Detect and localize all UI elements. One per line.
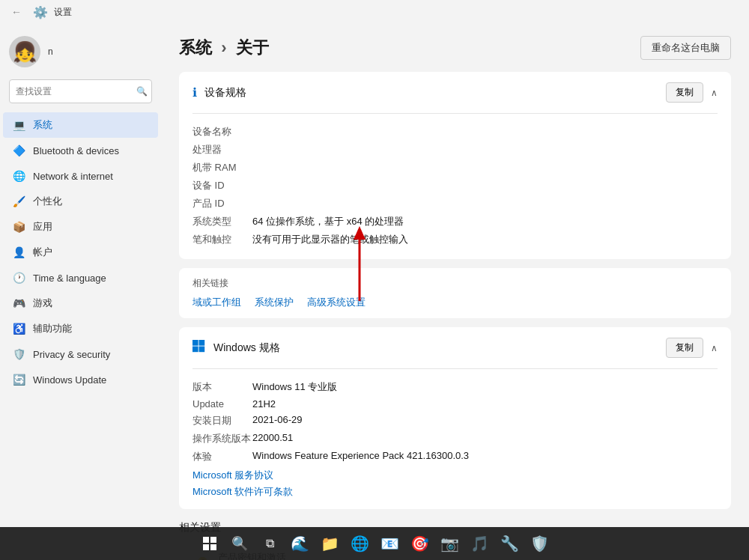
device-specs-header-left: ℹ 设备规格 [192, 85, 246, 100]
time-icon: 🕐 [12, 271, 25, 284]
taskbar: 🔍 ⧉ 🌊 📁 🌐 📧 🎯 📷 🎵 🔧 🛡️ [0, 527, 749, 560]
title-bar: ← ⚙️ 设置 [0, 0, 749, 24]
spec-row: 版本 Windows 11 专业版 [192, 378, 718, 396]
spec-row: 体验 Windows Feature Experience Pack 421.1… [192, 448, 718, 466]
sidebar-item-gaming[interactable]: 🎮 游戏 [3, 290, 158, 316]
accessibility-icon: ♿ [12, 322, 25, 335]
sidebar-item-label: Windows Update [33, 374, 106, 386]
sidebar-item-privacy[interactable]: 🛡️ Privacy & security [3, 341, 158, 367]
taskbar-edge[interactable]: 🌊 [286, 530, 313, 557]
sidebar-item-label: Network & internet [33, 171, 113, 182]
device-specs-body: 设备名称 处理器 机带 RAM 设备 ID 产品 ID [179, 114, 731, 259]
spec-value: 22000.51 [252, 432, 293, 445]
taskbar-app4[interactable]: 🎵 [466, 530, 493, 557]
windows-specs-copy-button[interactable]: 复制 [666, 338, 703, 358]
svg-rect-3 [199, 346, 205, 352]
sidebar-item-bluetooth[interactable]: 🔷 Bluetooth & devices [3, 138, 158, 163]
bluetooth-icon: 🔷 [12, 144, 25, 157]
sidebar-item-label: 游戏 [33, 296, 52, 310]
svg-rect-9 [210, 544, 216, 550]
sidebar-item-accessibility[interactable]: ♿ 辅助功能 [3, 316, 158, 341]
search-icon: 🔍 [136, 86, 148, 97]
taskbar-app5[interactable]: 🔧 [496, 530, 523, 557]
breadcrumb: 系统 › 关于 [179, 37, 269, 59]
sidebar-item-network[interactable]: 🌐 Network & internet [3, 163, 158, 189]
chevron-up-icon: ∧ [711, 343, 718, 353]
sidebar-item-label: 应用 [33, 220, 52, 234]
device-specs-copy-button[interactable]: 复制 [666, 82, 703, 103]
sidebar-item-apps[interactable]: 📦 应用 [3, 214, 158, 240]
spec-value: 64 位操作系统，基于 x64 的处理器 [252, 215, 404, 228]
spec-label: 操作系统版本 [192, 432, 252, 445]
windows-update-icon: 🔄 [12, 373, 25, 386]
spec-row: 系统类型 64 位操作系统，基于 x64 的处理器 [192, 213, 718, 231]
taskbar-chrome[interactable]: 🌐 [346, 530, 373, 557]
ms-license-link[interactable]: Microsoft 软件许可条款 [192, 485, 718, 499]
accounts-icon: 👤 [12, 246, 25, 259]
related-link-protection[interactable]: 系统保护 [255, 296, 294, 309]
sidebar-item-label: 辅助功能 [33, 322, 72, 335]
taskbar-app1[interactable]: 📧 [376, 530, 403, 557]
related-link-advanced[interactable]: 高级系统设置 [307, 296, 366, 309]
spec-row: 安装日期 2021-06-29 [192, 412, 718, 430]
related-link-domain[interactable]: 域或工作组 [192, 296, 241, 309]
sidebar-item-accounts[interactable]: 👤 帐户 [3, 240, 158, 265]
sidebar-item-label: Time & language [33, 273, 106, 284]
back-button[interactable]: ← [6, 1, 27, 22]
breadcrumb-current: 关于 [236, 38, 269, 57]
taskbar-search[interactable]: 🔍 [226, 530, 253, 557]
spec-row: 设备 ID [192, 177, 718, 195]
sidebar-item-label: 系统 [33, 118, 52, 132]
sidebar-item-system[interactable]: 💻 系统 [3, 112, 158, 138]
windows-specs-title: Windows 规格 [213, 341, 280, 355]
sidebar-item-label: 个性化 [33, 195, 62, 208]
search-input[interactable] [9, 79, 152, 103]
network-icon: 🌐 [12, 169, 25, 183]
taskbar-app6[interactable]: 🛡️ [526, 530, 553, 557]
spec-value: Windows Feature Experience Pack 421.1630… [252, 450, 469, 463]
taskbar-taskview[interactable]: ⧉ [256, 530, 283, 557]
gaming-icon: 🎮 [12, 296, 25, 310]
windows-specs-body: 版本 Windows 11 专业版 Update 21H2 安装日期 2021-… [179, 369, 731, 509]
windows-specs-header-left: Windows 规格 [192, 340, 280, 356]
privacy-icon: 🛡️ [12, 347, 25, 361]
spec-label: 设备名称 [192, 125, 252, 139]
spec-label: 笔和触控 [192, 233, 252, 246]
related-links-bar: 相关链接 域或工作组 系统保护 高级系统设置 [179, 268, 731, 318]
spec-value: 2021-06-29 [252, 414, 303, 427]
sidebar-item-windows-update[interactable]: 🔄 Windows Update [3, 367, 158, 392]
spec-label: 系统类型 [192, 215, 252, 228]
svg-rect-7 [210, 537, 216, 543]
rename-button[interactable]: 重命名这台电脑 [640, 36, 731, 60]
spec-row: 设备名称 [192, 123, 718, 141]
spec-value: 没有可用于此显示器的笔或触控输入 [252, 233, 408, 246]
svg-rect-6 [203, 537, 209, 543]
spec-label: Update [192, 398, 252, 410]
avatar: 👧 [9, 36, 40, 67]
taskbar-explorer[interactable]: 📁 [316, 530, 343, 557]
taskbar-app2[interactable]: 🎯 [406, 530, 433, 557]
page-header: 系统 › 关于 重命名这台电脑 [179, 36, 731, 60]
windows-logo-icon [192, 340, 206, 356]
device-specs-header[interactable]: ℹ 设备规格 复制 ∧ [179, 72, 731, 113]
device-specs-title: 设备规格 [204, 86, 246, 100]
breadcrumb-separator: › [221, 38, 226, 57]
sidebar-item-personalize[interactable]: 🖌️ 个性化 [3, 189, 158, 214]
info-icon: ℹ [192, 85, 197, 100]
device-specs-card: ℹ 设备规格 复制 ∧ 设备名称 处理器 机带 R [179, 72, 731, 259]
taskbar-start[interactable] [196, 530, 223, 557]
device-specs-header-right: 复制 ∧ [666, 82, 718, 103]
spec-label: 处理器 [192, 143, 252, 156]
svg-rect-8 [203, 544, 209, 550]
title-bar-icon: ⚙️ [33, 5, 48, 19]
sidebar-item-time[interactable]: 🕐 Time & language [3, 265, 158, 290]
related-links-title: 相关链接 [192, 277, 718, 290]
personalize-icon: 🖌️ [12, 195, 25, 208]
main-content: 系统 › 关于 重命名这台电脑 ℹ 设备规格 复制 ∧ 设备名称 [161, 24, 749, 560]
taskbar-app3[interactable]: 📷 [436, 530, 463, 557]
sidebar: 👧 n 🔍 💻 系统 🔷 Bluetooth & devices 🌐 Netwo… [0, 24, 161, 560]
spec-label: 体验 [192, 450, 252, 463]
ms-service-link[interactable]: Microsoft 服务协议 [192, 469, 718, 482]
windows-specs-header[interactable]: Windows 规格 复制 ∧ [179, 327, 731, 368]
svg-rect-0 [192, 340, 198, 346]
